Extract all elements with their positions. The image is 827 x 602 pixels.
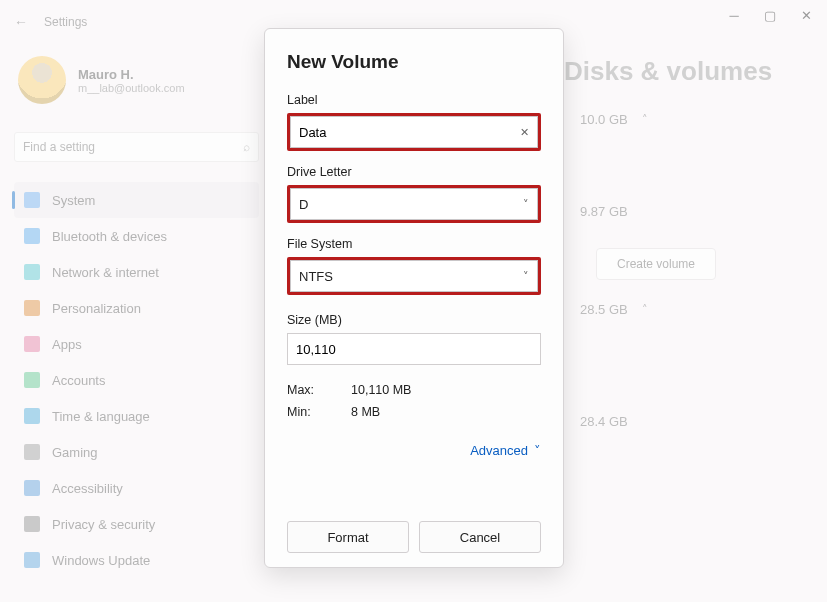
file-system-label: File System [287,237,541,251]
advanced-label: Advanced [470,443,528,458]
advanced-toggle[interactable]: Advanced ˅ [287,443,541,458]
drive-letter-label: Drive Letter [287,165,541,179]
chevron-down-icon: ˅ [534,443,541,458]
size-input[interactable] [287,333,541,365]
dialog-title: New Volume [287,51,541,73]
new-volume-dialog: New Volume Label ✕ Drive Letter D ˅ File… [264,28,564,568]
drive-letter-select[interactable]: D ˅ [290,188,538,220]
cancel-button[interactable]: Cancel [419,521,541,553]
format-button[interactable]: Format [287,521,409,553]
min-label: Min: [287,405,327,419]
label-input[interactable] [299,125,483,140]
max-label: Max: [287,383,327,397]
clear-icon[interactable]: ✕ [520,126,529,139]
drive-letter-value: D [299,197,308,212]
chevron-down-icon: ˅ [523,198,529,211]
file-system-select[interactable]: NTFS ˅ [290,260,538,292]
label-field-label: Label [287,93,541,107]
size-label: Size (MB) [287,313,541,327]
max-value: 10,110 MB [351,383,411,397]
file-system-value: NTFS [299,269,333,284]
min-value: 8 MB [351,405,380,419]
chevron-down-icon: ˅ [523,270,529,283]
